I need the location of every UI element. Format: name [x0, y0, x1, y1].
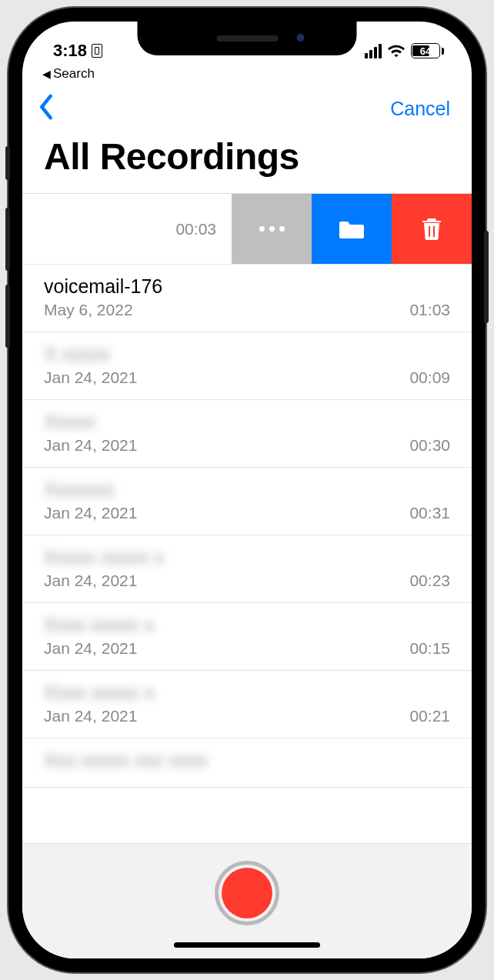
back-to-label: Search [53, 66, 95, 82]
phone-silence-switch [5, 146, 10, 180]
recording-row[interactable]: XxxxxxxJan 24, 202100:31 [22, 468, 472, 535]
ellipsis-icon [259, 226, 285, 232]
recording-duration: 01:03 [409, 301, 450, 319]
nav-back-button[interactable] [38, 94, 55, 123]
recording-date: May 6, 2022 [44, 301, 133, 319]
recording-duration: 00:31 [409, 504, 450, 522]
wifi-icon [387, 44, 406, 58]
status-time: 3:18 [53, 41, 87, 61]
recording-date: Jan 24, 2021 [44, 504, 137, 522]
recording-row[interactable]: voicemail-176May 6, 202201:03 [22, 265, 472, 332]
back-to-app[interactable]: ◀ Search [22, 66, 472, 85]
home-indicator[interactable] [174, 942, 320, 948]
swipe-action-delete[interactable] [392, 194, 472, 264]
chevron-left-icon [38, 94, 55, 120]
recording-row[interactable]: XxxxxJan 24, 202100:30 [22, 400, 472, 468]
trash-icon [422, 217, 442, 242]
recording-date: Jan 24, 2021 [44, 707, 137, 725]
recording-title: Xxxxxxx [44, 478, 450, 501]
swipe-action-more[interactable] [232, 194, 312, 264]
battery-level: 64 [420, 45, 431, 57]
battery-icon: 64 [411, 43, 444, 58]
recording-duration: 00:03 [175, 220, 216, 238]
phone-frame: 3:18 64 ◀ [8, 8, 486, 972]
recording-row-remainder: 00:03 [22, 194, 232, 264]
recording-duration: 00:09 [409, 368, 450, 387]
recording-date: Jan 24, 2021 [44, 368, 137, 387]
recording-date: Jan 24, 2021 [44, 572, 137, 590]
recording-row[interactable]: Xxx xxxxx xxx xxxx [22, 738, 472, 788]
recording-duration: 00:21 [409, 707, 450, 725]
record-bar [22, 843, 472, 958]
recording-title: Xxxx xxxxx x [44, 682, 450, 704]
recording-duration: 00:30 [409, 436, 450, 455]
recording-duration: 00:23 [409, 572, 450, 590]
sim-icon [92, 44, 102, 58]
screen: 3:18 64 ◀ [22, 22, 472, 958]
record-button[interactable] [215, 861, 279, 925]
recording-row[interactable]: Xxxxx xxxxx xJan 24, 202100:23 [22, 535, 472, 603]
cancel-button[interactable]: Cancel [390, 98, 450, 120]
phone-power-button [484, 231, 489, 323]
recordings-list[interactable]: 00:03 voicemail-176May 6, 202201:03X xxx… [22, 193, 472, 843]
recording-row[interactable]: X xxxxxJan 24, 202100:09 [22, 332, 472, 400]
recording-title: Xxxx xxxxx x [44, 614, 450, 636]
phone-volume-down [5, 285, 10, 348]
phone-volume-up [5, 208, 10, 271]
recording-duration: 00:15 [409, 639, 450, 658]
swipe-action-move[interactable] [312, 194, 392, 264]
recording-row[interactable]: Xxxx xxxxx xJan 24, 202100:21 [22, 671, 472, 738]
recording-row-swiped[interactable]: 00:03 [22, 194, 472, 265]
folder-icon [339, 218, 365, 240]
back-triangle-icon: ◀ [42, 68, 51, 80]
notch [138, 22, 357, 55]
recording-row[interactable]: Xxxx xxxxx xJan 24, 202100:15 [22, 603, 472, 671]
recording-title: voicemail-176 [44, 275, 450, 298]
page-title: All Recordings [22, 129, 472, 193]
recording-title: Xxxxx [44, 411, 450, 433]
recording-title: Xxx xxxxx xxx xxxx [44, 749, 450, 772]
recording-date: Jan 24, 2021 [44, 639, 137, 658]
cell-signal-icon [365, 44, 382, 58]
recording-date: Jan 24, 2021 [44, 436, 137, 455]
record-icon [222, 868, 272, 918]
recording-title: X xxxxx [44, 343, 450, 365]
recording-title: Xxxxx xxxxx x [44, 546, 450, 568]
nav-bar: Cancel [22, 85, 472, 129]
